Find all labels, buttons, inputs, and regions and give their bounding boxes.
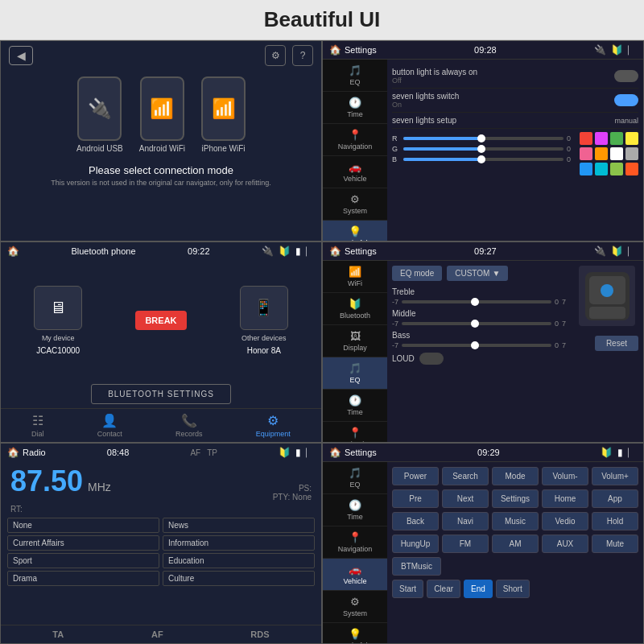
p2-seven-setup-select[interactable]: manual <box>614 117 638 125</box>
p2-r-slider[interactable] <box>403 137 564 140</box>
eq-chevron-icon: ▼ <box>492 269 500 278</box>
p6-sidebar-vehicle[interactable]: 🚗 Vehicle <box>323 559 387 591</box>
color-cyan[interactable] <box>595 163 608 175</box>
p5-preset-drama[interactable]: Drama <box>7 571 159 586</box>
p4-sidebar-eq[interactable]: 🎵 EQ <box>323 357 387 390</box>
p5-af-btn[interactable]: AF <box>151 630 163 639</box>
p6-time-icon: 🕐 <box>349 499 361 511</box>
p5-preset-news[interactable]: News <box>163 518 315 533</box>
color-lime[interactable] <box>610 163 623 175</box>
p3-dial[interactable]: ☷ Dial <box>31 413 44 438</box>
action-clear[interactable]: Clear <box>427 580 460 598</box>
color-white[interactable] <box>610 147 623 160</box>
key-settings[interactable]: Settings <box>492 489 539 508</box>
key-volum-plus[interactable]: Volum+ <box>592 467 638 485</box>
p4-sidebar-display[interactable]: 🖼 Display <box>323 325 387 357</box>
p5-ta-btn[interactable]: TA <box>52 630 64 639</box>
color-deep-orange[interactable] <box>625 163 638 175</box>
p4-loud-toggle[interactable] <box>419 353 444 365</box>
p2-sidebar-time[interactable]: 🕐 Time <box>323 92 387 124</box>
p5-preset-row-1: None News <box>7 518 315 533</box>
key-fm[interactable]: FM <box>442 535 489 553</box>
p6-sidebar-time[interactable]: 🕐 Time <box>323 494 387 526</box>
p2-sidebar-colorful[interactable]: 💡 Colorful <box>323 221 387 242</box>
p3-records[interactable]: 📞 Records <box>175 413 203 438</box>
settings-icon-btn[interactable]: ⚙ <box>265 45 286 66</box>
p2-button-light-toggle[interactable] <box>614 70 638 82</box>
key-search[interactable]: Search <box>442 467 489 485</box>
action-start[interactable]: Start <box>392 580 423 598</box>
p6-sidebar-system[interactable]: ⚙ System <box>323 591 387 623</box>
color-red[interactable] <box>580 132 592 145</box>
color-orange[interactable] <box>595 147 608 160</box>
p6-sidebar-eq[interactable]: 🎵 EQ <box>323 462 387 494</box>
p2-g-slider[interactable] <box>403 147 564 151</box>
eq-mode-button[interactable]: EQ mode <box>392 266 442 281</box>
p4-bass-slider[interactable] <box>402 344 551 347</box>
p3-contact[interactable]: 👤 Contact <box>97 413 122 438</box>
p4-sidebar-wifi[interactable]: 📶 WiFi <box>323 261 387 293</box>
p4-middle-thumb <box>471 320 479 328</box>
key-power[interactable]: Power <box>392 467 439 485</box>
p6-sidebar-navigation[interactable]: 📍 Navigation <box>323 526 387 559</box>
key-next[interactable]: Next <box>442 489 489 508</box>
key-vedio[interactable]: Vedio <box>542 512 588 530</box>
p5-preset-education[interactable]: Education <box>163 553 315 568</box>
p5-preset-information[interactable]: Information <box>163 535 315 551</box>
key-app[interactable]: App <box>592 489 638 508</box>
p4-sidebar-navigation[interactable]: 📍 Navigation <box>323 422 387 443</box>
p2-sidebar-navigation[interactable]: 📍 Navigation <box>323 124 387 156</box>
key-home[interactable]: Home <box>542 489 588 508</box>
key-volum-minus[interactable]: Volum- <box>542 467 588 485</box>
p4-middle-slider[interactable] <box>402 322 551 325</box>
p5-rds-btn[interactable]: RDS <box>250 630 269 639</box>
back-button[interactable]: ◀ <box>9 46 33 65</box>
p5-af: AF <box>190 448 200 457</box>
color-magenta[interactable] <box>595 132 608 145</box>
break-button[interactable]: BREAK <box>135 311 186 330</box>
p4-treble-slider[interactable] <box>402 300 551 303</box>
android-usb-device[interactable]: 🔌 Android USB <box>76 76 123 153</box>
p2-seven-lights-toggle[interactable] <box>614 94 638 106</box>
color-blue[interactable] <box>580 163 592 175</box>
p6-sidebar-colorful[interactable]: 💡 Colorful <box>323 623 387 644</box>
color-green[interactable] <box>610 132 623 145</box>
action-short[interactable]: Short <box>496 580 530 598</box>
action-end[interactable]: End <box>464 580 493 598</box>
p2-b-slider[interactable] <box>403 158 564 161</box>
key-music[interactable]: Music <box>492 512 539 530</box>
key-hungup[interactable]: HungUp <box>392 535 439 553</box>
key-am[interactable]: AM <box>492 535 539 553</box>
key-pre[interactable]: Pre <box>392 489 439 508</box>
battery-status-icon: ⎸ <box>628 44 637 56</box>
key-mute[interactable]: Mute <box>592 535 638 553</box>
key-mode[interactable]: Mode <box>492 467 539 485</box>
p4-sidebar-bluetooth[interactable]: 🔰 Bluetooth <box>323 293 387 325</box>
p5-preset-none[interactable]: None <box>7 518 159 533</box>
p2-sidebar-eq[interactable]: 🎵 EQ <box>323 60 387 92</box>
p5-preset-culture[interactable]: Culture <box>163 571 315 586</box>
iphone-wifi-device[interactable]: 📶 iPhone WiFi <box>201 76 246 153</box>
p4-sidebar-time[interactable]: 🕐 Time <box>323 390 387 422</box>
key-hold[interactable]: Hold <box>592 512 638 530</box>
p3-equipment[interactable]: ⚙ Equipment <box>256 413 291 438</box>
p5-preset-current-affairs[interactable]: Current Affairs <box>7 535 159 551</box>
p2-sidebar-system[interactable]: ⚙ System <box>323 188 387 221</box>
p6-status-icons: 🔰 ▮ ⎸ <box>601 447 637 458</box>
p3-time: 09:22 <box>188 246 210 256</box>
key-navi[interactable]: Navi <box>442 512 489 530</box>
color-yellow[interactable] <box>625 132 638 145</box>
color-pink[interactable] <box>580 147 592 160</box>
key-back[interactable]: Back <box>392 512 439 530</box>
android-wifi-device[interactable]: 📶 Android WiFi <box>139 76 185 153</box>
help-icon-btn[interactable]: ? <box>292 45 313 66</box>
key-aux[interactable]: AUX <box>542 535 588 553</box>
eq-reset-button[interactable]: Reset <box>595 336 638 351</box>
p2-sidebar-vehicle[interactable]: 🚗 Vehicle <box>323 156 387 188</box>
color-gray[interactable] <box>625 147 638 160</box>
p3-home-icon: 🏠 <box>7 246 19 257</box>
bluetooth-settings-button[interactable]: BLUETOOTH SETTINGS <box>91 384 231 404</box>
p5-preset-sport[interactable]: Sport <box>7 553 159 568</box>
eq-custom-button[interactable]: CUSTOM ▼ <box>447 266 508 281</box>
key-btmusic[interactable]: BTMusic <box>392 557 441 576</box>
